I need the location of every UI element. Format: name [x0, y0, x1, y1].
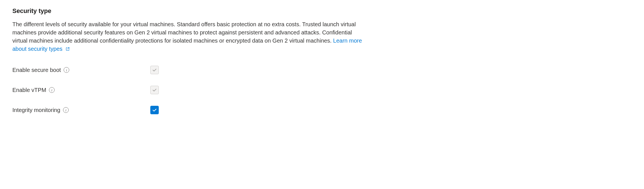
integrity-control	[150, 106, 159, 115]
vtpm-label: Enable vTPM	[12, 86, 46, 94]
secure-boot-checkbox	[150, 66, 159, 74]
external-link-icon	[66, 45, 70, 53]
secure-boot-label: Enable secure boot	[12, 66, 61, 74]
description-text: The different levels of security availab…	[12, 21, 356, 44]
info-icon[interactable]: i	[49, 87, 55, 93]
vtpm-control	[150, 86, 159, 95]
secure-boot-label-col: Enable secure boot i	[12, 66, 150, 74]
secure-boot-control	[150, 66, 159, 74]
integrity-label: Integrity monitoring	[12, 106, 60, 114]
info-icon[interactable]: i	[63, 107, 69, 113]
vtpm-checkbox	[150, 86, 159, 94]
secure-boot-row: Enable secure boot i	[12, 66, 632, 74]
integrity-label-col: Integrity monitoring i	[12, 106, 150, 114]
vtpm-label-col: Enable vTPM i	[12, 86, 150, 94]
section-title: Security type	[12, 7, 632, 15]
integrity-checkbox[interactable]	[150, 106, 159, 114]
section-description: The different levels of security availab…	[12, 20, 367, 53]
integrity-row: Integrity monitoring i	[12, 106, 632, 115]
info-icon[interactable]: i	[64, 67, 69, 73]
vtpm-row: Enable vTPM i	[12, 86, 632, 95]
